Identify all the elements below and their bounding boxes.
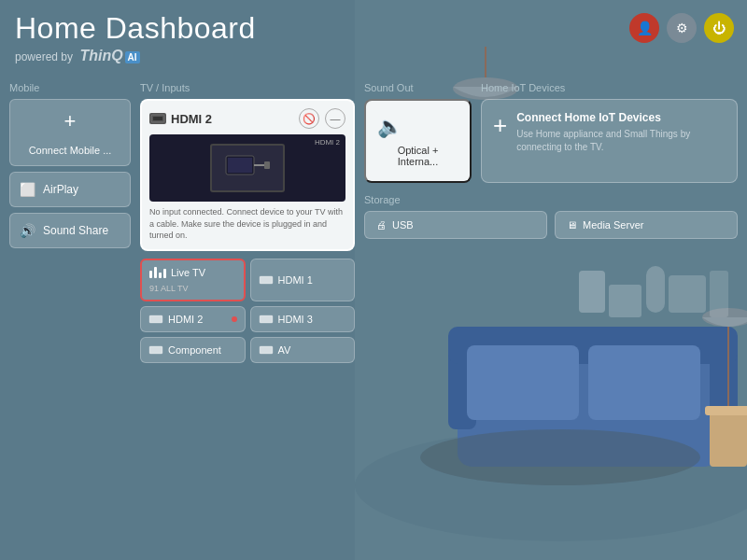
sound-out-icon: 🔈 (377, 115, 402, 139)
storage-row: 🖨 USB 🖥 Media Server (364, 211, 738, 239)
airplay-icon: ⬜ (20, 182, 35, 197)
media-server-icon: 🖥 (567, 219, 577, 231)
svg-rect-28 (149, 315, 162, 323)
iot-title: Connect Home IoT Devices (516, 111, 726, 124)
usb-label: USB (392, 219, 414, 231)
live-tv-channel: 91 ALL TV (149, 284, 189, 293)
sound-share-button[interactable]: 🔊 Sound Share (9, 213, 131, 248)
hdmi2-input-label: HDMI 2 (168, 314, 203, 325)
mobile-section-label: Mobile (9, 82, 131, 93)
sound-out-button[interactable]: 🔈 Optical + Interna... (364, 99, 472, 183)
av-icon (259, 345, 274, 355)
svg-rect-9 (710, 411, 747, 467)
hdmi1-icon (259, 275, 274, 285)
hdmi1-label: HDMI 1 (278, 274, 313, 286)
svg-rect-31 (260, 346, 273, 354)
sound-share-label: Sound Share (43, 224, 108, 237)
media-server-label: Media Server (583, 219, 643, 231)
svg-rect-29 (260, 315, 273, 323)
sound-out-label: Optical + Interna... (377, 145, 458, 167)
hdmi2-description: No input connected. Connect device to yo… (149, 206, 345, 242)
svg-rect-24 (228, 158, 252, 173)
profile-icon: 👤 (637, 21, 653, 35)
settings-icon: ⚙ (676, 21, 688, 35)
component-icon (148, 345, 163, 355)
hdmi2-dot (232, 316, 237, 322)
svg-rect-26 (264, 161, 270, 169)
header-subtitle: powered by ThinQAI (15, 48, 747, 64)
hdmi3-label: HDMI 3 (278, 314, 313, 325)
settings-button[interactable]: ⚙ (667, 13, 697, 43)
hdmi2-title: HDMI 2 (149, 112, 212, 126)
storage-section-label: Storage (364, 194, 738, 205)
live-tv-icon (149, 267, 166, 278)
component-button[interactable]: Component (140, 337, 246, 363)
profile-button[interactable]: 👤 (629, 13, 659, 43)
svg-rect-22 (153, 117, 162, 120)
svg-point-15 (420, 429, 700, 485)
svg-rect-27 (260, 276, 273, 284)
minus-button[interactable]: — (325, 108, 345, 129)
hdmi2-preview: HDMI 2 (149, 134, 345, 202)
connect-mobile-label: Connect Mobile ... (29, 145, 112, 156)
preview-label: HDMI 2 (315, 138, 340, 147)
hdmi1-button[interactable]: HDMI 1 (250, 259, 356, 301)
component-label: Component (168, 344, 221, 356)
sound-section-label: Sound Out (364, 82, 472, 93)
media-server-button[interactable]: 🖥 Media Server (555, 211, 738, 239)
block-button[interactable]: 🚫 (299, 108, 319, 129)
svg-rect-10 (705, 406, 747, 415)
sound-share-icon: 🔊 (20, 223, 35, 238)
hdmi3-icon (259, 315, 274, 324)
hdmi2-button[interactable]: HDMI 2 (140, 306, 246, 332)
usb-button[interactable]: 🖨 USB (364, 211, 547, 239)
tv-preview-inner (210, 144, 285, 192)
live-tv-label: Live TV (171, 267, 205, 278)
airplay-button[interactable]: ⬜ AirPlay (9, 172, 131, 207)
svg-rect-30 (149, 346, 162, 354)
hdmi2-icon (148, 315, 163, 324)
iot-card: + Connect Home IoT Devices Use Home appl… (481, 99, 738, 183)
tv-section-label: TV / Inputs (140, 82, 355, 93)
iot-section-label: Home IoT Devices (481, 82, 738, 93)
av-label: AV (278, 344, 291, 356)
iot-description: Use Home appliance and Small Things by c… (516, 128, 726, 154)
live-tv-button[interactable]: Live TV 91 ALL TV (140, 259, 246, 301)
hdmi3-button[interactable]: HDMI 3 (250, 306, 356, 332)
usb-icon: 🖨 (376, 219, 387, 231)
av-button[interactable]: AV (250, 337, 356, 363)
hdmi-icon (149, 113, 166, 124)
iot-plus-icon: + (493, 113, 507, 137)
airplay-label: AirPlay (43, 183, 78, 196)
power-icon: ⏻ (712, 21, 726, 35)
power-button[interactable]: ⏻ (704, 13, 734, 43)
plus-icon: + (64, 109, 77, 133)
input-grid: Live TV 91 ALL TV HDMI 1 HDMI 2 (140, 259, 355, 363)
hdmi2-card: HDMI 2 🚫 — HDMI 2 No inpu (140, 99, 355, 251)
connect-mobile-button[interactable]: + Connect Mobile ... (9, 99, 131, 166)
